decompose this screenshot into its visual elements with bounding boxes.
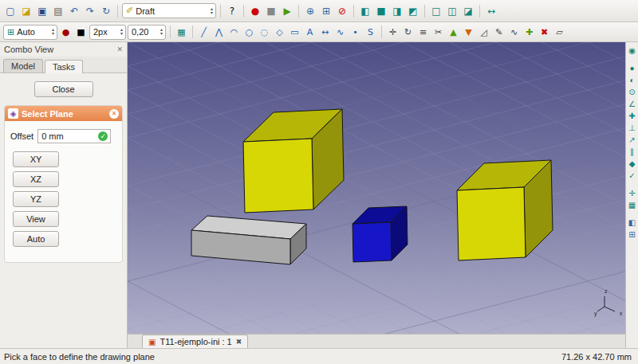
macro-play-icon[interactable]: ▶ <box>280 4 294 18</box>
close-panel-icon[interactable] <box>116 45 123 53</box>
plane-buttons: XYXZYZViewAuto <box>10 151 116 247</box>
draft-shape2dview-icon[interactable]: ▱ <box>553 25 566 39</box>
draft-text-icon[interactable]: A <box>303 25 317 39</box>
3d-viewport[interactable]: xyz <box>128 42 625 334</box>
draft-add-point-icon[interactable]: ✚ <box>522 25 536 39</box>
undo-icon[interactable]: ↶ <box>67 4 81 18</box>
snap-perpendicular-icon[interactable]: ⊥ <box>627 123 638 134</box>
macro-record-icon[interactable]: ● <box>248 4 262 18</box>
view-top-icon[interactable]: ◨ <box>390 4 404 18</box>
draft-trimex-icon[interactable]: ✂ <box>431 25 445 39</box>
snap-ortho-icon[interactable]: ✛ <box>627 188 638 199</box>
snap-dimensions-icon[interactable]: ⊞ <box>627 229 638 241</box>
text-scale-spinbox[interactable]: 0,20 <box>128 25 166 40</box>
toolbar-separator <box>424 5 425 18</box>
snap-angle-icon[interactable]: ∠ <box>627 99 638 110</box>
gray-box[interactable] <box>191 216 306 264</box>
snap-extension-icon[interactable]: ↗ <box>627 135 638 146</box>
workbench-selector[interactable]: ✐ Draft <box>122 3 216 18</box>
snap-midpoint-icon[interactable]: ◐ <box>627 75 638 86</box>
collapse-task-icon[interactable] <box>109 109 119 119</box>
tab-tasks[interactable]: Tasks <box>45 60 83 73</box>
save-icon[interactable]: ▣ <box>35 4 49 18</box>
draft-upgrade-icon[interactable]: ▲ <box>447 25 460 39</box>
snap-working-plane-icon[interactable]: ◧ <box>627 217 638 229</box>
working-plane-selector[interactable]: ⊞ Auto <box>3 25 57 40</box>
blue-cube[interactable] <box>352 206 408 262</box>
draw-style-icon[interactable]: ⊘ <box>335 4 349 18</box>
whatsthis-icon[interactable]: ? <box>225 4 239 18</box>
draft-toolbar: ⊞ Auto ●■ 2px 0,20 ▦╱⋀◠○◌◇▭A↔∿•S✛↻≡✂▲▼◿✎… <box>0 22 638 42</box>
toolbar-separator <box>170 25 171 38</box>
plane-yz-button[interactable]: YZ <box>13 191 59 207</box>
snap-special-icon[interactable]: ◆ <box>627 159 638 170</box>
draft-polyline-icon[interactable]: ⋀ <box>212 25 226 39</box>
draft-tools-group: ▦╱⋀◠○◌◇▭A↔∿•S✛↻≡✂▲▼◿✎∿✚✖▱ <box>175 25 566 39</box>
file-icon-group: ▢◪▣▤↶↷↻ <box>3 4 113 18</box>
draft-bspline-icon[interactable]: ∿ <box>333 25 347 39</box>
close-tab-icon[interactable] <box>236 338 242 346</box>
document-tab-bar: ▣ T11-ejemplo-ini : 1 <box>128 334 625 348</box>
plane-xy-button[interactable]: XY <box>13 151 59 167</box>
tab-model[interactable]: Model <box>3 59 43 72</box>
view-isometric-icon[interactable]: ◧ <box>358 4 372 18</box>
snap-parallel-icon[interactable]: ∥ <box>627 147 638 158</box>
document-tab[interactable]: ▣ T11-ejemplo-ini : 1 <box>142 335 248 348</box>
snap-intersection-icon[interactable]: ✚ <box>627 111 638 122</box>
plane-auto-button[interactable]: Auto <box>13 231 59 247</box>
view-front-icon[interactable]: ■ <box>374 4 388 18</box>
draft-offset-icon[interactable]: ≡ <box>416 25 430 39</box>
line-width-selector[interactable]: 2px <box>89 25 126 40</box>
draft-del-point-icon[interactable]: ✖ <box>538 25 551 39</box>
offset-field[interactable]: 0 mm <box>37 129 111 143</box>
macro-stop-icon[interactable]: ■ <box>264 4 278 18</box>
measure-distance-icon[interactable]: ↔ <box>484 4 498 18</box>
refresh-icon[interactable]: ↻ <box>99 4 113 18</box>
draft-edit-icon[interactable]: ✎ <box>492 25 506 39</box>
yellow-cube-right[interactable] <box>457 160 553 260</box>
draft-line-icon[interactable]: ╱ <box>197 25 211 39</box>
snap-center-icon[interactable]: ⊙ <box>627 87 638 98</box>
grid-toggle-icon[interactable]: ▦ <box>175 25 188 39</box>
plane-xz-button[interactable]: XZ <box>13 171 59 187</box>
draft-rotate-icon[interactable]: ↻ <box>401 25 415 39</box>
select-plane-content: Offset 0 mm XYXZYZViewAuto <box>5 121 122 259</box>
zoom-fit-all-icon[interactable]: ⊕ <box>303 4 317 18</box>
combo-arrows-icon <box>211 7 213 15</box>
select-plane-header[interactable]: ◈ Select Plane <box>5 106 122 121</box>
draft-dimension-icon[interactable]: ↔ <box>318 25 332 39</box>
snap-grid-icon[interactable]: ▦ <box>627 200 638 211</box>
print-icon[interactable]: ▤ <box>51 4 65 18</box>
draft-shapestring-icon[interactable]: S <box>364 25 377 39</box>
draft-move-icon[interactable]: ✛ <box>386 25 400 39</box>
snap-lock-icon[interactable]: ◉ <box>627 45 638 57</box>
draft-ellipse-icon[interactable]: ◌ <box>258 25 271 39</box>
view-rear-icon[interactable]: □ <box>429 4 443 18</box>
draft-circle-icon[interactable]: ○ <box>242 25 256 39</box>
combo-arrows-icon <box>52 28 54 36</box>
close-task-button[interactable]: Close <box>34 81 93 97</box>
draft-downgrade-icon[interactable]: ▼ <box>462 25 475 39</box>
draft-scale-icon[interactable]: ◿ <box>477 25 490 39</box>
view-left-icon[interactable]: ◪ <box>461 4 475 18</box>
3d-scene[interactable]: xyz <box>128 42 625 334</box>
draft-rectangle-icon[interactable]: ▭ <box>288 25 301 39</box>
yellow-cube-left[interactable] <box>243 109 344 213</box>
view-right-icon[interactable]: ◩ <box>406 4 420 18</box>
new-file-icon[interactable]: ▢ <box>3 4 18 18</box>
face-color-swatch[interactable]: ● <box>59 25 73 39</box>
zoom-selection-icon[interactable]: ⊞ <box>319 4 333 18</box>
draft-point-icon[interactable]: • <box>349 25 362 39</box>
open-file-icon[interactable]: ◪ <box>19 4 33 18</box>
draft-arc-icon[interactable]: ◠ <box>227 25 241 39</box>
snap-endpoint-icon[interactable]: ● <box>627 63 638 74</box>
view-bottom-icon[interactable]: ◫ <box>445 4 459 18</box>
combo-view-panel: Combo View Model Tasks Close ◈ Select Pl… <box>0 42 128 348</box>
draft-wire-to-bspline-icon[interactable]: ∿ <box>507 25 521 39</box>
redo-icon[interactable]: ↷ <box>83 4 97 18</box>
plane-view-button[interactable]: View <box>13 211 59 227</box>
snap-near-icon[interactable]: ✓ <box>627 170 638 182</box>
line-color-swatch[interactable]: ■ <box>74 25 88 39</box>
draft-polygon-icon[interactable]: ◇ <box>273 25 286 39</box>
status-bar: Pick a face to define the drawing plane … <box>0 348 638 364</box>
